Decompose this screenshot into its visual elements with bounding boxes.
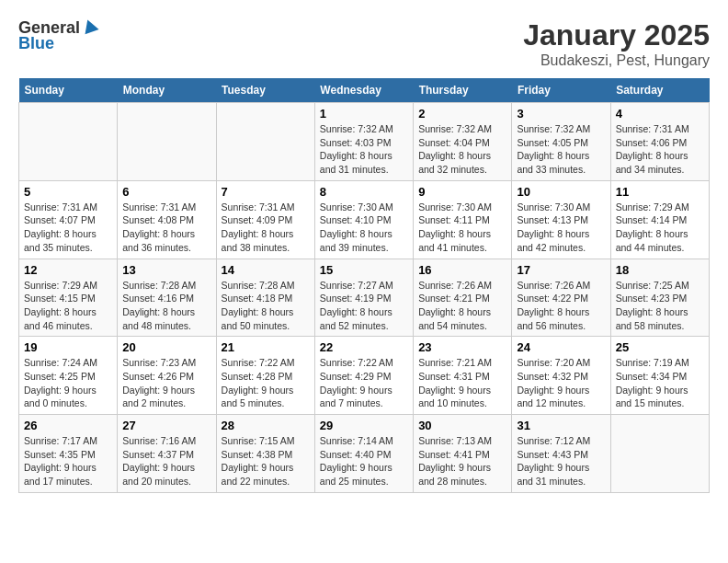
day-cell: 30Sunrise: 7:13 AM Sunset: 4:41 PM Dayli… [414,415,512,493]
day-cell: 16Sunrise: 7:26 AM Sunset: 4:21 PM Dayli… [414,259,512,337]
day-info: Sunrise: 7:28 AM Sunset: 4:16 PM Dayligh… [122,280,196,331]
day-info: Sunrise: 7:32 AM Sunset: 4:03 PM Dayligh… [320,123,393,175]
day-info: Sunrise: 7:30 AM Sunset: 4:13 PM Dayligh… [517,201,590,253]
day-cell: 23Sunrise: 7:21 AM Sunset: 4:31 PM Dayli… [414,337,512,415]
header-cell-tuesday: Tuesday [216,78,314,103]
day-number: 17 [517,263,605,277]
day-number: 6 [122,185,210,199]
day-cell: 5Sunrise: 7:31 AM Sunset: 4:07 PM Daylig… [19,180,118,259]
day-number: 5 [24,185,112,199]
day-cell [216,103,314,181]
header-cell-sunday: Sunday [19,78,118,103]
day-number: 7 [222,185,310,199]
day-cell: 8Sunrise: 7:30 AM Sunset: 4:10 PM Daylig… [314,180,413,259]
day-number: 23 [418,340,506,354]
week-row-1: 5Sunrise: 7:31 AM Sunset: 4:07 PM Daylig… [19,180,710,259]
week-row-3: 19Sunrise: 7:24 AM Sunset: 4:25 PM Dayli… [19,337,710,415]
day-cell: 31Sunrise: 7:12 AM Sunset: 4:43 PM Dayli… [512,415,610,493]
day-cell: 10Sunrise: 7:30 AM Sunset: 4:13 PM Dayli… [512,180,610,259]
header-row: SundayMondayTuesdayWednesdayThursdayFrid… [19,78,710,103]
day-number: 21 [222,340,310,354]
day-cell: 6Sunrise: 7:31 AM Sunset: 4:08 PM Daylig… [118,180,216,259]
day-number: 30 [418,419,506,432]
day-number: 10 [517,185,605,199]
day-info: Sunrise: 7:24 AM Sunset: 4:25 PM Dayligh… [24,357,97,408]
calendar-header: SundayMondayTuesdayWednesdayThursdayFrid… [19,78,710,103]
day-cell: 22Sunrise: 7:22 AM Sunset: 4:29 PM Dayli… [314,337,413,415]
day-number: 15 [320,263,408,277]
day-cell: 7Sunrise: 7:31 AM Sunset: 4:09 PM Daylig… [216,180,314,259]
day-info: Sunrise: 7:25 AM Sunset: 4:23 PM Dayligh… [616,280,689,331]
day-cell: 14Sunrise: 7:28 AM Sunset: 4:18 PM Dayli… [216,259,314,337]
day-cell: 3Sunrise: 7:32 AM Sunset: 4:05 PM Daylig… [512,103,610,181]
day-cell: 26Sunrise: 7:17 AM Sunset: 4:35 PM Dayli… [19,415,118,493]
day-info: Sunrise: 7:19 AM Sunset: 4:34 PM Dayligh… [616,357,689,408]
day-info: Sunrise: 7:31 AM Sunset: 4:09 PM Dayligh… [222,201,295,253]
day-number: 29 [320,419,408,432]
day-number: 3 [517,107,605,121]
header-cell-saturday: Saturday [610,78,709,103]
day-info: Sunrise: 7:27 AM Sunset: 4:19 PM Dayligh… [320,280,393,331]
day-number: 9 [418,185,506,199]
day-number: 26 [24,419,112,432]
day-cell: 28Sunrise: 7:15 AM Sunset: 4:38 PM Dayli… [216,415,314,493]
logo-blue-text: Blue [18,34,54,53]
day-number: 19 [24,340,112,354]
header-cell-friday: Friday [512,78,610,103]
header-cell-monday: Monday [118,78,216,103]
day-number: 20 [122,340,210,354]
day-number: 28 [222,419,310,432]
day-info: Sunrise: 7:20 AM Sunset: 4:32 PM Dayligh… [517,357,590,408]
day-number: 2 [418,107,506,121]
day-number: 1 [320,107,408,121]
day-info: Sunrise: 7:32 AM Sunset: 4:05 PM Dayligh… [517,123,590,175]
week-row-0: 1Sunrise: 7:32 AM Sunset: 4:03 PM Daylig… [19,103,710,181]
svg-marker-0 [81,17,99,34]
day-info: Sunrise: 7:30 AM Sunset: 4:11 PM Dayligh… [418,201,492,253]
day-cell: 17Sunrise: 7:26 AM Sunset: 4:22 PM Dayli… [512,259,610,337]
day-number: 18 [616,263,704,277]
day-number: 16 [418,263,506,277]
day-cell: 21Sunrise: 7:22 AM Sunset: 4:28 PM Dayli… [216,337,314,415]
day-info: Sunrise: 7:26 AM Sunset: 4:22 PM Dayligh… [517,280,590,331]
day-info: Sunrise: 7:30 AM Sunset: 4:10 PM Dayligh… [320,201,393,253]
day-info: Sunrise: 7:13 AM Sunset: 4:41 PM Dayligh… [418,435,492,487]
day-cell: 24Sunrise: 7:20 AM Sunset: 4:32 PM Dayli… [512,337,610,415]
page-title: January 2025 [523,18,710,52]
day-info: Sunrise: 7:15 AM Sunset: 4:38 PM Dayligh… [222,435,295,487]
day-cell: 19Sunrise: 7:24 AM Sunset: 4:25 PM Dayli… [19,337,118,415]
day-cell [19,103,118,181]
day-cell: 15Sunrise: 7:27 AM Sunset: 4:19 PM Dayli… [314,259,413,337]
calendar-body: 1Sunrise: 7:32 AM Sunset: 4:03 PM Daylig… [19,103,710,493]
day-number: 12 [24,263,112,277]
day-info: Sunrise: 7:31 AM Sunset: 4:07 PM Dayligh… [24,201,97,253]
day-number: 24 [517,340,605,354]
day-info: Sunrise: 7:29 AM Sunset: 4:14 PM Dayligh… [616,201,689,253]
week-row-4: 26Sunrise: 7:17 AM Sunset: 4:35 PM Dayli… [19,415,710,493]
page-header: General Blue January 2025 Budakeszi, Pes… [18,18,710,69]
day-info: Sunrise: 7:29 AM Sunset: 4:15 PM Dayligh… [24,280,97,331]
header-cell-wednesday: Wednesday [314,78,413,103]
day-info: Sunrise: 7:28 AM Sunset: 4:18 PM Dayligh… [222,280,295,331]
day-number: 8 [320,185,408,199]
day-cell: 25Sunrise: 7:19 AM Sunset: 4:34 PM Dayli… [610,337,709,415]
day-cell: 9Sunrise: 7:30 AM Sunset: 4:11 PM Daylig… [414,180,512,259]
day-cell: 11Sunrise: 7:29 AM Sunset: 4:14 PM Dayli… [610,180,709,259]
day-cell: 1Sunrise: 7:32 AM Sunset: 4:03 PM Daylig… [314,103,413,181]
day-info: Sunrise: 7:31 AM Sunset: 4:08 PM Dayligh… [122,201,196,253]
day-cell [610,415,709,493]
day-number: 13 [122,263,210,277]
day-cell: 27Sunrise: 7:16 AM Sunset: 4:37 PM Dayli… [118,415,216,493]
day-info: Sunrise: 7:31 AM Sunset: 4:06 PM Dayligh… [616,123,689,175]
day-info: Sunrise: 7:26 AM Sunset: 4:21 PM Dayligh… [418,280,492,331]
day-number: 11 [616,185,704,199]
calendar-table: SundayMondayTuesdayWednesdayThursdayFrid… [18,78,710,493]
day-info: Sunrise: 7:21 AM Sunset: 4:31 PM Dayligh… [418,357,492,408]
day-info: Sunrise: 7:16 AM Sunset: 4:37 PM Dayligh… [122,435,196,487]
logo: General Blue [18,18,99,53]
day-info: Sunrise: 7:23 AM Sunset: 4:26 PM Dayligh… [122,357,196,408]
day-info: Sunrise: 7:12 AM Sunset: 4:43 PM Dayligh… [517,435,590,487]
logo-icon [81,17,99,36]
day-cell: 20Sunrise: 7:23 AM Sunset: 4:26 PM Dayli… [118,337,216,415]
day-cell [118,103,216,181]
